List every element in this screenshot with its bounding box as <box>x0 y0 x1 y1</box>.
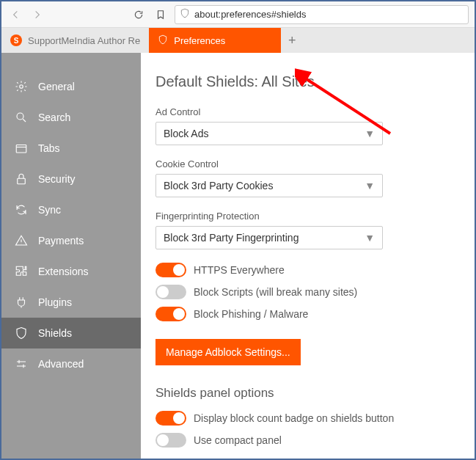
ad-control-label: Ad Control <box>155 106 460 117</box>
chevron-down-icon: ▼ <box>365 128 375 139</box>
chevron-down-icon: ▼ <box>365 180 375 191</box>
toggle-label: Block Phishing / Malware <box>194 308 308 320</box>
block-phishing-toggle[interactable] <box>155 307 186 321</box>
sidebar-item-extensions[interactable]: Extensions <box>1 256 141 287</box>
tab-label: Preferences <box>174 35 225 46</box>
sidebar-item-label: Payments <box>38 235 84 247</box>
fingerprinting-select[interactable]: Block 3rd Party Fingerprinting ▼ <box>155 226 383 249</box>
sliders-icon <box>15 357 28 370</box>
block-scripts-toggle[interactable] <box>155 285 186 299</box>
svg-rect-2 <box>16 145 26 153</box>
shield-icon <box>180 8 190 21</box>
gear-icon <box>15 80 28 93</box>
svg-rect-3 <box>18 178 26 184</box>
sidebar-item-label: Plugins <box>38 296 72 308</box>
url-text: about:preferences#shields <box>194 9 307 20</box>
svg-point-1 <box>17 113 23 120</box>
toggle-label: Display block count badge on shields but… <box>194 412 394 424</box>
sidebar-item-label: Advanced <box>38 358 84 370</box>
chevron-down-icon: ▼ <box>365 232 375 244</box>
toggle-label: HTTPS Everywhere <box>194 264 285 276</box>
block-count-badge-toggle[interactable] <box>155 411 186 426</box>
sidebar-item-label: Sync <box>38 204 61 216</box>
page-title: Default Shields: All Sites <box>155 73 460 90</box>
sidebar-item-security[interactable]: Security <box>1 164 141 194</box>
select-value: Block 3rd Party Cookies <box>164 180 273 191</box>
toggle-label: Use compact panel <box>194 434 282 446</box>
lock-icon <box>15 172 28 186</box>
sidebar-item-advanced[interactable]: Advanced <box>1 348 141 379</box>
cookie-control-label: Cookie Control <box>155 158 460 169</box>
tab-strip: S SupportMeIndia Author Re Preferences + <box>1 28 475 53</box>
plug-icon <box>15 296 28 309</box>
manage-adblock-button[interactable]: Manage Adblock Settings... <box>155 339 301 365</box>
tab-label: SupportMeIndia Author Re <box>28 35 140 46</box>
compact-panel-toggle[interactable] <box>155 433 186 448</box>
sidebar-item-tabs[interactable]: Tabs <box>1 133 141 164</box>
sidebar-item-plugins[interactable]: Plugins <box>1 287 141 318</box>
sidebar-item-label: General <box>38 81 75 92</box>
sidebar-nav: General Search Tabs Security Sync Paymen… <box>1 53 141 459</box>
svg-point-0 <box>20 85 23 89</box>
url-bar[interactable]: about:preferences#shields <box>175 5 469 24</box>
sidebar-item-label: Tabs <box>38 142 60 154</box>
warning-icon <box>15 234 28 247</box>
bookmark-button[interactable] <box>153 7 169 23</box>
sidebar-item-shields[interactable]: Shields <box>1 318 141 348</box>
sidebar-item-general[interactable]: General <box>1 71 141 102</box>
https-everywhere-toggle[interactable] <box>155 263 186 277</box>
sidebar-item-search[interactable]: Search <box>1 102 141 133</box>
toggle-label: Block Scripts (will break many sites) <box>194 286 357 298</box>
fingerprinting-label: Fingerprinting Protection <box>155 211 460 222</box>
browser-toolbar: about:preferences#shields <box>1 1 475 28</box>
back-button[interactable] <box>7 7 23 23</box>
sidebar-item-label: Search <box>38 112 70 123</box>
reload-button[interactable] <box>131 7 147 23</box>
main-panel: Default Shields: All Sites Ad Control Bl… <box>141 53 475 459</box>
tab-favicon-icon: S <box>10 34 22 46</box>
new-tab-button[interactable]: + <box>281 28 303 53</box>
tabs-icon <box>15 142 28 155</box>
sidebar-item-sync[interactable]: Sync <box>1 194 141 225</box>
sync-icon <box>15 203 28 216</box>
select-value: Block 3rd Party Fingerprinting <box>164 232 299 244</box>
search-icon <box>15 111 28 124</box>
sidebar-item-payments[interactable]: Payments <box>1 225 141 256</box>
tab-active[interactable]: Preferences <box>149 28 281 53</box>
ad-control-select[interactable]: Block Ads ▼ <box>155 122 383 145</box>
panel-options-title: Shields panel options <box>155 386 460 401</box>
puzzle-icon <box>15 265 28 278</box>
cookie-control-select[interactable]: Block 3rd Party Cookies ▼ <box>155 174 383 197</box>
forward-button[interactable] <box>29 7 45 23</box>
sidebar-item-label: Shields <box>38 327 72 339</box>
shield-icon <box>15 326 28 340</box>
select-value: Block Ads <box>164 128 208 139</box>
tab-background[interactable]: S SupportMeIndia Author Re <box>1 28 149 53</box>
shield-icon <box>158 34 168 47</box>
sidebar-item-label: Extensions <box>38 266 88 277</box>
sidebar-item-label: Security <box>38 173 76 185</box>
